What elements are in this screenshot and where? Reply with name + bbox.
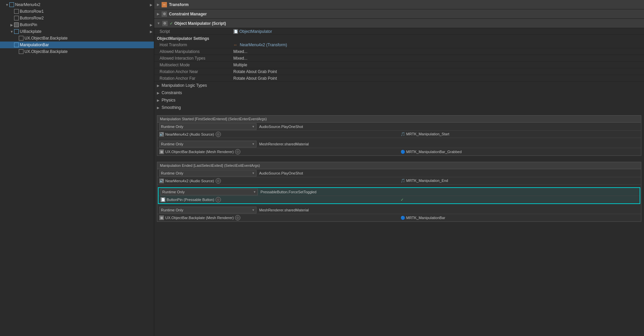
allowed-interaction-value: Mixed...: [231, 56, 641, 61]
obj-manip-icon: ⚙: [162, 21, 168, 26]
runtime-only-dropdown-2[interactable]: Runtime Only ▼: [159, 170, 256, 177]
runtime-only-label: Runtime Only: [161, 125, 183, 129]
tree-arrow-near-menu[interactable]: ▼: [5, 3, 9, 7]
event-object-1: ▦ UX.ObjectBar.Backplate (Mesh Renderer)…: [159, 149, 398, 154]
constraint-arrow: ▶: [157, 12, 160, 16]
settings-label: ObjectManipulator Settings: [154, 35, 644, 42]
event-row-1-0: Runtime Only ▼ AudioSource.PlayOneShot: [157, 169, 641, 177]
constraints-arrow: ▶: [157, 91, 160, 95]
tree-item-ui-backplate[interactable]: ▼ UIBackplate ▶: [0, 28, 154, 35]
rotation-anchor-far-row: Rotation Anchor Far Rotate About Grab Po…: [154, 75, 644, 82]
rotation-anchor-far-value: Rotate About Grab Point: [231, 76, 641, 81]
expand-arrow: ▶: [150, 3, 154, 7]
rotation-anchor-near-label: Rotation Anchor Near: [157, 69, 231, 74]
transform-arrow: ▶: [157, 3, 160, 6]
mesh-icon2: [14, 16, 19, 20]
circle-btn-2[interactable]: ⊙: [216, 178, 221, 184]
tree-item-buttons-row1[interactable]: ButtonsRow1: [0, 8, 154, 15]
script-value: 📄 ObjectManipulator: [231, 29, 641, 34]
constraint-manager-header[interactable]: ▶ ⚙ Constraint Manager: [154, 9, 644, 19]
manipulation-started-group: Manipulation Started [FirstSelectEntered…: [157, 115, 641, 156]
transform-icon: ↔: [162, 2, 167, 7]
tree-item-ux-backplate2[interactable]: UX.ObjectBar.Backplate: [0, 48, 154, 55]
manipulation-ended-group: Manipulation Ended [LastSelectExited] (S…: [157, 162, 641, 222]
event-object-0: 🔊 NearMenu4x2 (Audio Source) ⊙: [159, 132, 398, 137]
audio-icon-0: 🔊: [159, 132, 164, 137]
circle-btn-4[interactable]: ⊙: [235, 215, 240, 220]
circle-btn-0[interactable]: ⊙: [216, 132, 221, 137]
event-row-1-4: Runtime Only ▼ MeshRenderer.sharedMateri…: [157, 206, 641, 214]
event-obj-name-0: NearMenu4x2 (Audio Source): [165, 132, 214, 136]
hierarchy-panel: ▼ NearMenu4x2 ▶ ButtonsRow1 ButtonsRow2 …: [0, 0, 154, 336]
manipulation-started-header: Manipulation Started [FirstSelectEntered…: [157, 116, 641, 123]
runtime-only-label5: Runtime Only: [161, 208, 183, 212]
tree-arrow-button-pin[interactable]: ▶: [9, 23, 14, 27]
smoothing-section[interactable]: ▶ Smoothing: [154, 104, 644, 111]
event-val-0: 🎵 MRTK_Manipulation_Start: [398, 132, 639, 136]
allowed-manipulations-label: Allowed Manipulations: [157, 49, 231, 54]
runtime-only-dropdown-0[interactable]: Runtime Only ▼: [159, 123, 256, 130]
event-obj-name-1: UX.ObjectBar.Backplate (Mesh Renderer): [165, 150, 234, 154]
tree-item-button-pin[interactable]: ▶ ButtonPin ▶: [0, 21, 154, 28]
runtime-only-dropdown-4[interactable]: Runtime Only ▼: [159, 207, 256, 213]
mesh-icon-event: ▦: [159, 149, 164, 154]
spacer1: [154, 111, 644, 113]
event-val-2: 🎵 MRTK_Manipulation_End: [398, 179, 639, 183]
mesh-icon3: [19, 36, 23, 41]
tree-item-buttons-row2[interactable]: ButtonsRow2: [0, 15, 154, 21]
dropdown-arrow5: ▼: [252, 208, 255, 212]
tree-label-buttons-row1: ButtonsRow1: [20, 9, 44, 14]
rotation-anchor-far-label: Rotation Anchor Far: [157, 76, 231, 81]
event-function-1: MeshRenderer.sharedMaterial: [256, 142, 639, 146]
transform-title: Transform: [169, 2, 189, 7]
constraint-title: Constraint Manager: [169, 12, 207, 16]
circle-btn-3[interactable]: ⊙: [216, 197, 221, 202]
multiselect-value: Multiple: [231, 63, 641, 67]
allowed-interaction-label: Allowed Interaction Types: [157, 56, 231, 61]
constraints-label: Constraints: [162, 90, 182, 95]
selected-event-subgroup: Runtime Only ▼ PressableButton.ForceSetT…: [158, 187, 640, 204]
expand-arrow3: ▶: [150, 30, 154, 33]
smoothing-label: Smoothing: [162, 105, 181, 110]
circle-btn-1[interactable]: ⊙: [235, 149, 240, 154]
script-property-row: Script 📄 ObjectManipulator: [154, 28, 644, 35]
inspector-panel: ▶ ↔ Transform ▶ ⚙ Constraint Manager ▼ ⚙…: [154, 0, 644, 336]
constraints-section[interactable]: ▶ Constraints: [154, 89, 644, 96]
transform-component-header[interactable]: ▶ ↔ Transform: [154, 0, 644, 9]
tree-arrow-ui-backplate[interactable]: ▼: [9, 30, 14, 33]
allowed-interaction-types-row: Allowed Interaction Types Mixed...: [154, 55, 644, 62]
runtime-only-dropdown-3[interactable]: Runtime Only ▼: [161, 189, 258, 195]
event-obj-row-0-3: ▦ UX.ObjectBar.Backplate (Mesh Renderer)…: [157, 148, 641, 155]
doc-icon: 📄: [161, 197, 165, 202]
audio-icon-1: 🔊: [159, 179, 164, 183]
runtime-only-label4: Runtime Only: [162, 190, 185, 194]
event-object-4: ▦ UX.ObjectBar.Backplate (Mesh Renderer)…: [159, 215, 398, 220]
manipulation-logic-section[interactable]: ▶ Manipulation Logic Types: [154, 82, 644, 89]
event-row-1-2: Runtime Only ▼ PressableButton.ForceSetT…: [159, 188, 640, 196]
physics-section[interactable]: ▶ Physics: [154, 96, 644, 104]
event-val-1: 🔵 MRTK_ManipulationBar_Grabbed: [398, 150, 639, 154]
tree-item-near-menu[interactable]: ▼ NearMenu4x2 ▶: [0, 1, 154, 8]
dropdown-arrow: ▼: [252, 125, 255, 128]
event-object-2: 🔊 NearMenu4x2 (Audio Source) ⊙: [159, 178, 398, 184]
tree-label-near-menu: NearMenu4x2: [15, 2, 40, 7]
tree-item-manipulation-bar[interactable]: ManipulationBar: [0, 42, 154, 48]
event-function-3: PressableButton.ForceSetToggled: [258, 190, 638, 194]
object-manipulator-header[interactable]: ▼ ⚙ ✓ Object Manipulator (Script): [154, 19, 644, 28]
event-obj-row-1-3: 📄 ButtonPin (Pressable Button) ⊙ ✓: [159, 196, 640, 203]
host-transform-row: Host Transform ↔ NearMenu4x2 (Transform): [154, 42, 644, 48]
physics-label: Physics: [162, 98, 175, 103]
cube-icon2: [14, 29, 19, 34]
transform-ref-icon: ↔: [233, 43, 237, 47]
obj-manip-arrow: ▼: [157, 21, 160, 25]
manip-logic-arrow: ▶: [157, 84, 160, 87]
tree-label-manipulation-bar: ManipulationBar: [20, 43, 49, 47]
tree-label-button-pin: ButtonPin: [20, 22, 37, 27]
mesh-icon-event2: ▦: [159, 215, 164, 220]
manipulation-ended-header: Manipulation Ended [LastSelectExited] (S…: [157, 162, 641, 169]
mesh-icon: [14, 9, 19, 14]
runtime-only-dropdown-1[interactable]: Runtime Only ▼: [159, 141, 256, 147]
tree-item-ux-backplate1[interactable]: UX.ObjectBar.Backplate: [0, 35, 154, 42]
runtime-only-label3: Runtime Only: [161, 171, 183, 175]
dropdown-arrow3: ▼: [252, 172, 255, 175]
